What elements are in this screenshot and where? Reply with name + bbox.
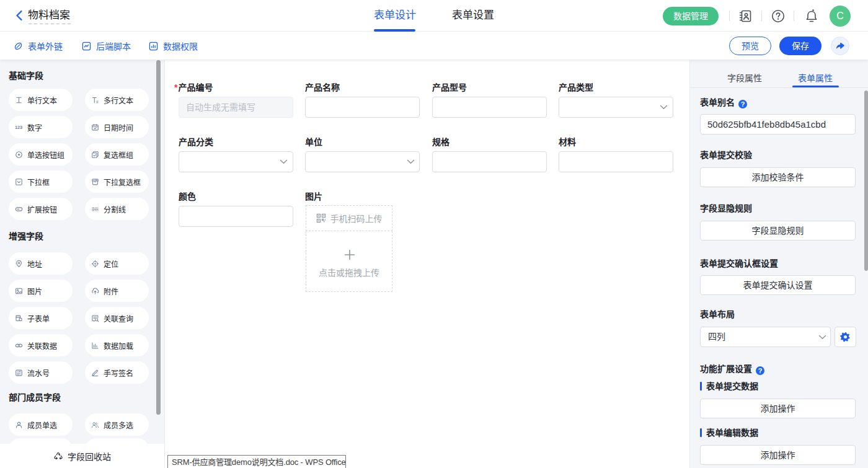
svg-text:123: 123	[15, 125, 22, 130]
